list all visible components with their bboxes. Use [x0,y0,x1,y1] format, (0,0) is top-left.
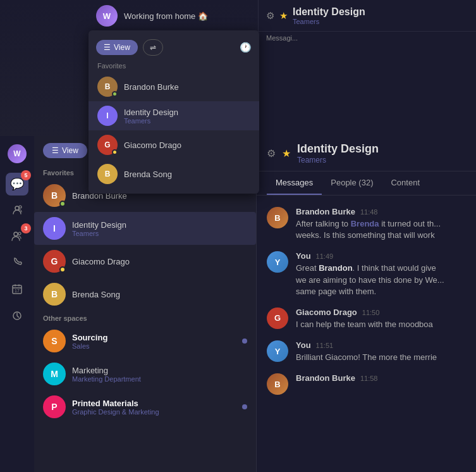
svg-point-3 [18,232,21,235]
message-item-2: G Giacomo Drago 11:50 I can help the tea… [257,302,476,335]
identity-name: Identity Design [72,220,126,230]
msg-author-you-2: You [296,340,311,350]
brenda-avatar: B [43,283,66,306]
svg-text:17: 17 [15,289,20,293]
sidebar-icon-people[interactable]: 3 [6,226,28,249]
sidebar-icon-chat[interactable]: 💬 5 [6,173,28,196]
mention-brandon: Brandon [319,263,352,273]
view-button-dropdown[interactable]: ☰ View [96,40,138,55]
dropdown-item-identity[interactable]: I Identity Design Teamers [88,101,259,130]
sourcing-name: Sourcing [72,333,107,342]
msg-avatar-brandon-2: B [267,373,288,395]
chat-item-identity[interactable]: I Identity Design Teamers [34,212,256,245]
calendar-icon: 17 [11,283,23,298]
msg-avatar-giacomo: G [267,307,288,329]
sidebar-icon-activity[interactable] [6,306,28,328]
sourcing-info: Sourcing Sales [72,333,107,350]
view-button-main[interactable]: ☰ View [43,143,87,158]
tab-people[interactable]: People (32) [322,171,382,195]
marketing-avatar: M [43,363,66,385]
channel-tabs: Messages People (32) Content [257,171,476,196]
dropdown-item-brandon[interactable]: B Brandon Burke [88,72,259,101]
giacomo-name-dropdown: Giacomo Drago [124,140,181,150]
printed-name: Printed Materials [72,399,159,408]
printed-subtitle: Graphic Design & Marketing [72,408,159,416]
brenda-avatar-dropdown: B [97,164,118,184]
msg-header-giacomo: Giacomo Drago 11:50 [296,307,466,317]
brandon-name-dropdown: Brandon Burke [124,82,179,92]
teams-icon [11,203,23,219]
printed-info: Printed Materials Graphic Design & Marke… [72,399,159,416]
identity-info-dropdown: Identity Design Teamers [124,108,178,125]
star-icon-top[interactable]: ★ [279,10,288,22]
channel-title-block: Identity Design Teamers [297,142,379,165]
chat-item-sourcing[interactable]: S Sourcing Sales [34,325,256,357]
status-online-brandon [112,91,118,97]
giacomo-name: Giacomo Drago [72,257,130,266]
top-background-section: W Working from home 🏠 + 🔍 ⚙ ★ Identity D… [0,0,476,136]
msg-content-giacomo: Giacomo Drago 11:50 I can help the team … [296,307,466,330]
msg-text-brandon-1b: weeks. Is this something that will work [296,230,466,241]
filter-button-dropdown[interactable]: ⇌ [143,39,163,56]
sourcing-subtitle: Sales [72,342,107,350]
dropdown-item-brenda[interactable]: B Brenda Song [88,159,259,189]
brandon-avatar-dropdown: B [97,77,118,97]
chat-icon: 💬 [10,177,24,191]
identity-avatar-dropdown: I [97,106,118,126]
settings-icon-top[interactable]: ⚙ [266,10,274,22]
content-panel: ⚙ ★ Identity Design Teamers Messages Peo… [257,136,476,472]
lines-icon-dropdown: ☰ [104,43,111,52]
calls-icon [11,256,23,272]
chat-badge: 5 [21,170,31,180]
chat-item-printed[interactable]: P Printed Materials Graphic Design & Mar… [34,390,256,423]
chat-item-brenda[interactable]: B Brenda Song [34,278,256,311]
marketing-name: Marketing [72,366,141,375]
msg-content-brandon-2: Brandon Burke 11:58 [296,373,466,385]
chat-item-giacomo[interactable]: G Giacomo Drago [34,245,256,278]
identity-info: Identity Design Teamers [72,220,126,237]
chat-item-marketing[interactable]: M Marketing Marketing Department [34,357,256,390]
top-avatar: W [96,5,118,27]
sidebar-icon-teams[interactable] [6,199,28,222]
msg-header-you-1: You 11:49 [296,251,466,261]
giacomo-avatar: G [43,250,66,273]
msg-time-brandon-1: 11:48 [360,208,378,216]
msg-time-you-1: 11:49 [316,252,334,260]
identity-subtitle: Teamers [72,230,126,237]
tab-messages[interactable]: Messages [267,171,322,195]
people-icon [11,230,23,245]
settings-icon[interactable]: ⚙ [267,147,276,159]
channel-name-block-top: Identity Design Teamers [293,6,468,25]
lines-icon-main: ☰ [52,146,59,155]
sidebar-icon-calls[interactable] [6,252,28,275]
svg-point-1 [19,206,21,208]
giacomo-status [59,266,66,273]
msg-avatar-you-2: Y [267,340,288,362]
message-item-3: Y You 11:51 Brilliant Giacomo! The more … [257,335,476,368]
favorites-label-dropdown: Favorites [88,59,259,72]
channel-subtitle-top: Teamers [293,18,468,25]
sidebar-icons: W 💬 5 [0,136,34,472]
messages-area: B Brandon Burke 11:48 After talking to B… [257,196,476,472]
printed-unread-dot [242,404,247,409]
tab-content[interactable]: Content [382,171,429,195]
history-button-dropdown[interactable]: 🕐 [240,42,252,53]
right-top-panel: ⚙ ★ Identity Design Teamers Messagi... [258,0,476,136]
sourcing-unread-dot [242,338,247,344]
message-item-0: B Brandon Burke 11:48 After talking to B… [257,202,476,246]
star-icon[interactable]: ★ [282,147,291,159]
identity-avatar: I [43,217,66,240]
sidebar-icon-calendar[interactable]: 17 [6,279,28,302]
msg-content-you-2: You 11:51 Brilliant Giacomo! The more th… [296,340,466,363]
msg-header-brandon-1: Brandon Burke 11:48 [296,207,466,216]
msg-text-you-1c: same page with them. [296,286,466,297]
message-item-4: B Brandon Burke 11:58 [257,368,476,400]
channel-header-top: ⚙ ★ Identity Design Teamers [259,0,476,32]
printed-avatar: P [43,395,66,418]
dropdown-item-giacomo[interactable]: G Giacomo Drago [88,130,259,159]
msg-author-giacomo: Giacomo Drago [296,307,357,317]
msg-avatar-brandon-1: B [267,207,288,228]
user-avatar-sidebar[interactable]: W [6,142,28,165]
user-avatar: W [8,144,27,163]
msg-header-you-2: You 11:51 [296,340,466,350]
